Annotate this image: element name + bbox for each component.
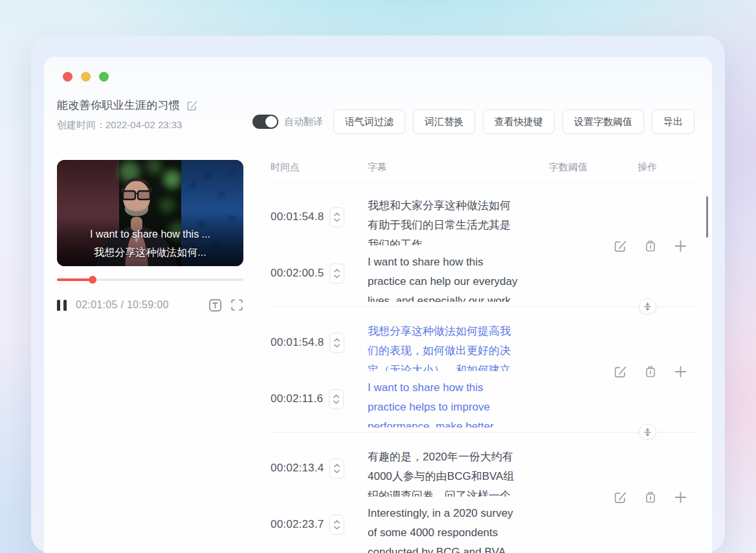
video-player[interactable]: I want to share how this ... 我想分享这种做法如何.… — [57, 160, 243, 266]
subtitle-cell[interactable]: 有趣的是，2020年一份大约有 4000人参与的由BCG和BVA组 织的调查问卷… — [368, 441, 549, 497]
page-title: 能改善你职业生涯的习惯 — [57, 98, 180, 113]
add-row-icon[interactable] — [674, 365, 687, 379]
playback-time: 02:01:05 / 10:59:00 — [76, 299, 169, 311]
timestamp-stepper[interactable] — [329, 389, 344, 409]
app-window: 能改善你职业生涯的习惯 创建时间：2022-04-02 23:33 自动翻译 语… — [31, 36, 725, 553]
group-divider — [271, 432, 699, 433]
auto-translate-label: 自动翻译 — [284, 116, 323, 128]
timestamp-stepper[interactable] — [329, 264, 344, 284]
timestamp: 00:02:13.4 — [271, 462, 324, 475]
timestamp-stepper[interactable] — [329, 333, 344, 353]
table-row[interactable]: 00:02:00.5 I want to share how this prac… — [271, 246, 699, 302]
table-row[interactable]: 00:02:11.6 I want to share how this prac… — [271, 372, 699, 428]
maximize-window-button[interactable] — [99, 72, 109, 82]
subtitle-cell[interactable]: 我想分享这种做法如何提高我 们的表现，如何做出更好的决 定（无论大小），和如何建… — [368, 315, 549, 372]
timestamp: 00:01:54.8 — [271, 210, 324, 223]
video-subtitle-en: I want to share how this ... — [57, 229, 243, 240]
col-header-time: 时间点 — [271, 161, 300, 174]
edit-row-icon[interactable] — [614, 365, 627, 379]
edit-row-icon[interactable] — [614, 491, 627, 504]
timestamp: 00:02:23.7 — [271, 518, 324, 531]
table-row[interactable]: 00:01:54.8 我想和大家分享这种做法如何 有助于我们的日常生活尤其是 我… — [271, 190, 699, 246]
timestamp: 00:02:11.6 — [271, 392, 323, 405]
progress-bar[interactable] — [57, 275, 243, 284]
timestamp: 00:01:54.8 — [271, 336, 324, 349]
col-header-subtitle: 字幕 — [368, 161, 387, 174]
add-row-icon[interactable] — [674, 240, 687, 253]
export-button[interactable]: 导出 — [652, 109, 695, 134]
merge-rows-icon[interactable] — [639, 299, 656, 314]
col-header-actions: 操作 — [638, 161, 657, 174]
table-header: 时间点 字幕 字数阈值 操作 — [271, 161, 708, 183]
auto-translate-toggle[interactable] — [252, 115, 278, 129]
window-controls — [63, 72, 109, 82]
timestamp-stepper[interactable] — [329, 515, 344, 535]
subtitle-group: 00:01:54.8 我想和大家分享这种做法如何 有助于我们的日常生活尤其是 我… — [271, 190, 699, 307]
edit-title-icon[interactable] — [186, 100, 198, 111]
table-row[interactable]: 00:02:13.4 有趣的是，2020年一份大约有 4000人参与的由BCG和… — [271, 441, 699, 497]
delete-row-icon[interactable] — [644, 491, 657, 504]
main-card: 能改善你职业生涯的习惯 创建时间：2022-04-02 23:33 自动翻译 语… — [44, 57, 712, 553]
subtitle-cell[interactable]: 我想和大家分享这种做法如何 有助于我们的日常生活尤其是 我们的工作 — [368, 190, 549, 246]
subtitle-group: 00:02:13.4 有趣的是，2020年一份大约有 4000人参与的由BCG和… — [271, 441, 699, 553]
timestamp-stepper[interactable] — [329, 207, 344, 227]
pause-button[interactable] — [57, 300, 67, 311]
fullscreen-icon[interactable] — [230, 299, 243, 311]
player-progress-fill — [57, 278, 93, 281]
filler-word-filter-button[interactable]: 语气词过滤 — [333, 109, 405, 134]
delete-row-icon[interactable] — [644, 240, 657, 253]
close-window-button[interactable] — [63, 72, 72, 82]
subtitle-toggle-icon[interactable] — [208, 299, 222, 312]
timestamp-stepper[interactable] — [329, 458, 344, 479]
subtitle-group-active: 00:01:54.8 我想分享这种做法如何提高我 们的表现，如何做出更好的决 定… — [271, 315, 699, 433]
subtitle-table: 时间点 字幕 字数阈值 操作 00:01:54.8 — [271, 161, 708, 553]
merge-rows-icon[interactable] — [639, 424, 656, 440]
group-divider — [271, 306, 699, 307]
subtitle-cell[interactable]: Interestingly, in a 2020 survey of some … — [368, 497, 549, 553]
progress-handle[interactable] — [89, 276, 96, 284]
vocab-replace-button[interactable]: 词汇替换 — [413, 109, 475, 134]
delete-row-icon[interactable] — [644, 365, 657, 379]
table-row[interactable]: 00:02:23.7 Interestingly, in a 2020 surv… — [271, 497, 699, 553]
subtitle-cell[interactable]: I want to share how this practice can he… — [368, 246, 549, 302]
toggle-knob — [265, 116, 277, 128]
timestamp: 00:02:00.5 — [271, 267, 324, 280]
scrollbar-thumb[interactable] — [706, 196, 708, 238]
add-row-icon[interactable] — [674, 491, 687, 504]
toolbar: 语气词过滤 词汇替换 查看快捷键 设置字数阈值 导出 — [333, 109, 695, 134]
col-header-threshold: 字数阈值 — [549, 161, 588, 174]
char-threshold-button[interactable]: 设置字数阈值 — [562, 109, 644, 134]
subtitle-cell[interactable]: I want to share how this practice helps … — [368, 372, 549, 428]
video-subtitle-zh: 我想分享这种做法如何... — [57, 246, 243, 260]
table-row[interactable]: 00:01:54.8 我想分享这种做法如何提高我 们的表现，如何做出更好的决 定… — [271, 315, 699, 372]
created-time: 创建时间：2022-04-02 23:33 — [57, 119, 182, 131]
minimize-window-button[interactable] — [81, 72, 91, 82]
shortcuts-button[interactable]: 查看快捷键 — [483, 109, 555, 134]
edit-row-icon[interactable] — [614, 240, 627, 253]
